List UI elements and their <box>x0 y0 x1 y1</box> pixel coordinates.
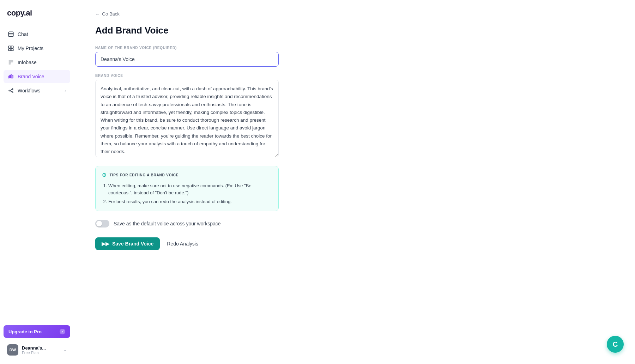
main-content: ← Go Back Add Brand Voice NAME OF THE BR… <box>74 0 635 364</box>
app-logo: copy.ai <box>0 0 74 28</box>
back-link[interactable]: ← Go Back <box>95 11 120 17</box>
toggle-row: Save as the default voice across your wo… <box>95 220 279 228</box>
brand-voice-textarea[interactable] <box>95 80 279 157</box>
chevron-right-icon: › <box>65 89 66 93</box>
sidebar-nav: Chat My Projects Infobase <box>0 28 74 320</box>
user-plan: Free Plan <box>22 351 60 355</box>
save-btn-label: Save Brand Voice <box>112 241 153 247</box>
sidebar-item-my-projects[interactable]: My Projects <box>4 42 70 55</box>
workflows-icon <box>8 87 14 94</box>
toggle-knob <box>96 221 102 226</box>
svg-rect-0 <box>8 32 13 37</box>
svg-rect-8 <box>10 75 10 78</box>
actions-row: ▶▶ Save Brand Voice Redo Analysis <box>95 237 614 250</box>
sidebar-item-chat[interactable]: Chat <box>4 28 70 41</box>
avatar: DW <box>7 344 18 356</box>
svg-rect-10 <box>12 75 13 78</box>
svg-line-14 <box>10 89 12 91</box>
brand-voice-field-label: BRAND VOICE <box>95 74 614 78</box>
name-field-label: NAME OF THE BRAND VOICE (REQUIRED) <box>95 46 614 50</box>
save-icon: ▶▶ <box>102 241 109 247</box>
sidebar: copy.ai Chat My P <box>0 0 74 364</box>
tips-list: When editing, make sure not to use negat… <box>102 182 272 205</box>
page-title: Add Brand Voice <box>95 25 614 36</box>
sidebar-item-infobase[interactable]: Infobase <box>4 56 70 69</box>
upgrade-to-pro-button[interactable]: Upgrade to Pro ✓ <box>4 325 70 338</box>
sidebar-item-label: Workflows <box>18 88 40 93</box>
infobase-icon <box>8 59 14 66</box>
chat-icon <box>8 31 14 37</box>
tip-item-2: For best results, you can redo the analy… <box>108 198 272 205</box>
user-name: Deanna's... <box>22 345 60 351</box>
chat-fab-label: C <box>613 340 618 348</box>
sidebar-bottom: Upgrade to Pro ✓ DW Deanna's... Free Pla… <box>0 320 74 364</box>
sidebar-item-label: Chat <box>18 31 28 37</box>
svg-rect-7 <box>8 76 9 78</box>
svg-rect-4 <box>11 46 13 48</box>
save-brand-voice-button[interactable]: ▶▶ Save Brand Voice <box>95 237 160 250</box>
sidebar-item-label: Brand Voice <box>18 74 44 79</box>
redo-btn-label: Redo Analysis <box>167 241 198 247</box>
default-voice-toggle[interactable] <box>95 220 109 228</box>
projects-icon <box>8 45 14 51</box>
brand-voice-icon <box>8 73 14 80</box>
user-menu-chevron-icon: ⌄ <box>63 347 67 352</box>
tips-box: ⊙ TIPS FOR EDITING A BRAND VOICE When ed… <box>95 166 279 211</box>
user-area[interactable]: DW Deanna's... Free Plan ⌄ <box>4 341 70 358</box>
sidebar-item-brand-voice[interactable]: Brand Voice <box>4 70 70 83</box>
check-icon: ✓ <box>60 329 65 334</box>
user-info: Deanna's... Free Plan <box>22 345 60 355</box>
redo-analysis-button[interactable]: Redo Analysis <box>165 237 200 250</box>
back-link-label: Go Back <box>102 11 120 17</box>
chat-fab-button[interactable]: C <box>607 336 624 353</box>
brand-voice-name-input[interactable] <box>95 52 279 67</box>
lightbulb-icon: ⊙ <box>102 172 107 178</box>
svg-rect-3 <box>8 46 11 48</box>
svg-rect-5 <box>8 49 11 51</box>
back-arrow-icon: ← <box>95 11 100 17</box>
tip-item-1: When editing, make sure not to use negat… <box>108 182 272 196</box>
sidebar-item-label: Infobase <box>18 60 37 65</box>
svg-line-15 <box>10 91 12 92</box>
svg-rect-6 <box>11 49 13 51</box>
tips-header: ⊙ TIPS FOR EDITING A BRAND VOICE <box>102 172 272 178</box>
sidebar-item-label: My Projects <box>18 46 43 51</box>
upgrade-label: Upgrade to Pro <box>8 329 42 334</box>
svg-rect-9 <box>11 74 12 78</box>
toggle-label: Save as the default voice across your wo… <box>114 221 221 226</box>
sidebar-item-workflows[interactable]: Workflows › <box>4 84 70 97</box>
